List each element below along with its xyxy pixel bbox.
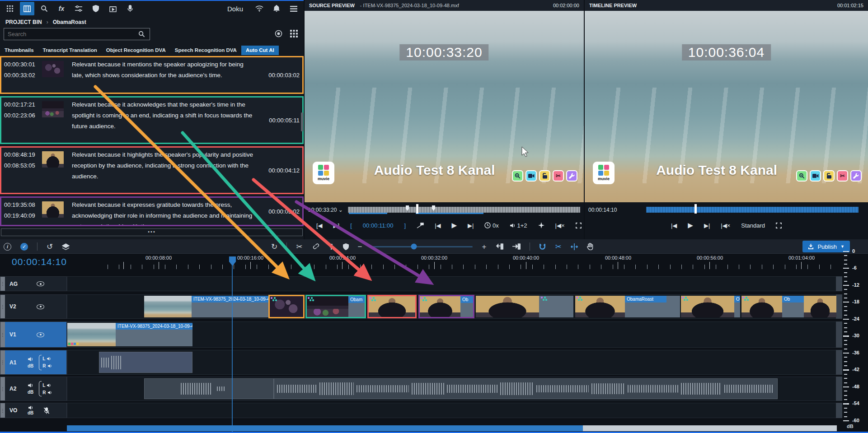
snap-magnet-icon[interactable] [539, 243, 546, 250]
track-visibility-eye-icon[interactable] [37, 281, 44, 286]
confirm-check-icon[interactable]: ✓ [20, 243, 28, 251]
settings-sliders-icon[interactable] [71, 2, 86, 15]
track-header-v1[interactable]: ⋮ V1 [0, 321, 67, 348]
track-drag-handle[interactable]: ⋮ [0, 277, 5, 291]
v2-clip[interactable]: O [681, 296, 740, 317]
clip-row-1[interactable]: 00:00:30:01 00:00:33:02 Relevant because… [0, 56, 304, 94]
timeline-vertical-scrollbar[interactable] [836, 403, 842, 418]
v1-clip-item[interactable]: ITEM-VX-98375_2024-03-18_10-09-48 [67, 323, 192, 346]
tab-auto-cut-ai[interactable]: Auto Cut AI [241, 46, 279, 55]
track-lane-v2[interactable]: ITEM-VX-98375_2024-03-18_10-09-4 Obam Ob [67, 294, 837, 319]
jump-start-mute-button[interactable]: |◀× [721, 222, 730, 229]
timeline-vertical-scrollbar[interactable] [836, 276, 842, 291]
camera-icon[interactable] [525, 170, 537, 182]
hscrollbar-thumb[interactable] [67, 425, 583, 431]
search-input[interactable] [4, 28, 150, 40]
undo-button[interactable]: ↺ [47, 243, 53, 251]
track-mute-speaker-icon[interactable] [28, 405, 33, 410]
lock-icon[interactable] [823, 170, 835, 182]
voiceover-mic-muted-icon[interactable] [43, 407, 50, 414]
search-tool-icon[interactable] [37, 2, 52, 15]
marker-icon[interactable] [343, 243, 349, 250]
info-icon[interactable]: i [4, 243, 11, 251]
v2-clip-highlight-purple[interactable]: Ob [418, 295, 474, 318]
channel-left[interactable]: L [42, 383, 52, 388]
cut-selection-icon[interactable]: ✂ [555, 243, 561, 251]
playhead-line[interactable] [232, 257, 233, 433]
a1-audio-clip[interactable] [99, 352, 192, 373]
v2-clip-obamaroast[interactable]: ObamaRoast [575, 296, 680, 317]
wifi-icon[interactable] [252, 2, 267, 15]
timeline-vertical-scrollbar[interactable] [836, 321, 842, 348]
redo-button[interactable]: ↻ [271, 243, 277, 251]
loop-audio-icon[interactable]: |◀× [555, 222, 565, 229]
source-playhead-marker[interactable] [417, 205, 418, 214]
goto-out-button[interactable]: ▶] [333, 222, 340, 229]
subclip-icon[interactable] [417, 223, 424, 228]
quality-selector[interactable]: Standard [741, 222, 765, 229]
source-video-viewport[interactable]: 10:00:33:20 Audio Test 8 Kanal muvie ✂ [305, 11, 584, 202]
track-visibility-eye-icon[interactable] [37, 332, 44, 337]
timeline-vertical-scrollbar[interactable] [836, 377, 842, 401]
history-icon[interactable] [275, 30, 282, 37]
notifications-bell-icon[interactable] [269, 2, 284, 15]
fullscreen-icon[interactable] [576, 223, 582, 228]
mark-out-bracket[interactable]: ] [404, 222, 406, 229]
clip-row-3[interactable]: 00:08:48:19 00:08:53:05 Relevant because… [0, 146, 304, 194]
menu-hamburger-icon[interactable] [286, 2, 301, 15]
export-box-icon[interactable] [106, 2, 120, 15]
tab-thumbnails[interactable]: Thumbnails [0, 46, 38, 55]
microphone-icon[interactable] [123, 2, 137, 15]
goto-in-button[interactable]: [◀ [316, 222, 323, 229]
channel-right[interactable]: R [42, 363, 52, 368]
shield-icon[interactable] [89, 2, 103, 15]
trim-tool-icon[interactable] [571, 243, 578, 250]
lock-icon[interactable] [539, 170, 550, 182]
track-drag-handle[interactable]: ⋮ [0, 377, 5, 400]
mark-in-bracket[interactable]: [ [350, 222, 352, 229]
v2-clip[interactable]: Ob [741, 296, 836, 317]
channel-right[interactable]: R [42, 390, 52, 395]
track-drag-handle[interactable]: ⋮ [0, 322, 5, 347]
publish-dropdown-caret[interactable]: ▼ [840, 244, 845, 249]
tab-object-recognition[interactable]: Object Recognition DVA [102, 46, 170, 55]
timeline-zoom-slider[interactable] [371, 246, 473, 247]
layers-icon[interactable] [62, 243, 70, 250]
match-frame-icon[interactable] [538, 222, 544, 228]
razor-icon[interactable] [328, 243, 334, 250]
scissors-icon[interactable]: ✂ [553, 170, 564, 182]
track-header-a1[interactable]: ⋮ A1 dB L R [0, 350, 67, 375]
breadcrumb-current[interactable]: ObamaRoast [53, 19, 86, 25]
v2-clip-highlight-teal[interactable]: Obam [305, 295, 366, 318]
speed-control[interactable]: 0x [484, 222, 498, 229]
track-header-ag[interactable]: ⋮ AG [0, 276, 67, 291]
v2-clip[interactable] [476, 296, 573, 317]
wrench-icon[interactable] [850, 170, 862, 182]
audio-channels-control[interactable]: 1+2 [510, 222, 527, 229]
clip-row-4[interactable]: 00:19:35:08 00:19:40:09 Relevant because… [0, 196, 304, 226]
track-db-label[interactable]: dB [28, 363, 33, 368]
track-lane-a2[interactable] [67, 377, 837, 401]
more-results-indicator[interactable]: ••• [1, 228, 303, 236]
effects-icon[interactable]: fx [54, 2, 69, 15]
tab-transcript-translation[interactable]: Transcript Translation [38, 46, 102, 55]
v2-clip-item[interactable]: ITEM-VX-98375_2024-03-18_10-09-4 [144, 296, 268, 317]
zoom-in-button[interactable]: + [482, 243, 486, 251]
zoom-slider-knob[interactable] [411, 244, 417, 250]
timeline-playhead-marker[interactable] [695, 205, 696, 214]
breadcrumb-root[interactable]: PROJECT BIN [5, 19, 42, 25]
camera-icon[interactable] [810, 170, 821, 182]
timeline-scrub-bar[interactable] [646, 207, 859, 213]
overwrite-edit-icon[interactable] [512, 243, 521, 250]
track-lane-ag[interactable] [67, 276, 837, 291]
timeline-vertical-scrollbar[interactable] [836, 350, 842, 375]
tab-speech-recognition[interactable]: Speech Recognition DVA [170, 46, 241, 55]
zoom-out-button[interactable]: − [358, 243, 362, 251]
track-lane-a1[interactable] [67, 350, 837, 375]
timeline-vertical-scrollbar[interactable] [836, 294, 842, 319]
track-lane-vo[interactable] [67, 403, 837, 418]
hand-tool-icon[interactable] [587, 243, 593, 250]
zoom-in-icon[interactable] [796, 170, 807, 182]
track-mute-speaker-icon[interactable] [28, 357, 33, 362]
timeline-horizontal-scrollbar[interactable] [67, 425, 837, 431]
